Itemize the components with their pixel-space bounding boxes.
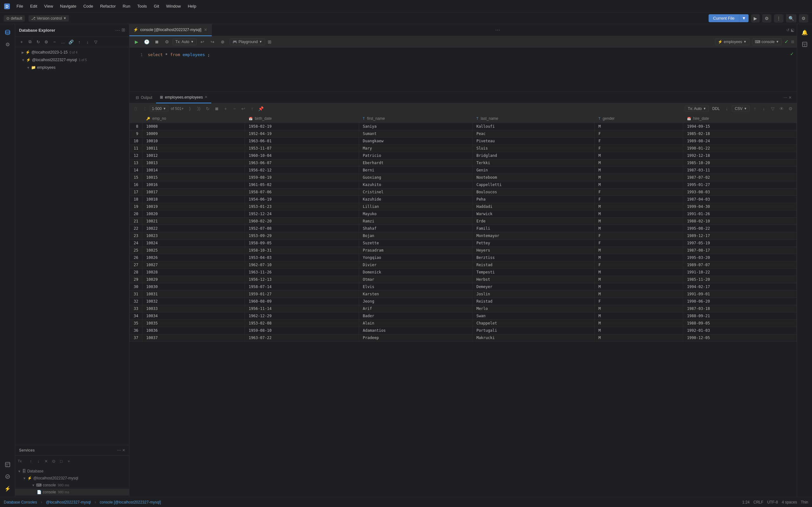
playground-button[interactable]: 🎮 Playground ▼ [230, 38, 265, 45]
table-row[interactable]: 11 10011 1953-11-07 Mary Sluis F 1990-01… [130, 145, 797, 152]
employees-context-badge[interactable]: ⚡ employees ▼ [715, 38, 750, 45]
next-page-button[interactable]: ⟩ [186, 105, 194, 112]
table-row[interactable]: 24 10024 1958-09-05 Suzette Pettey F 199… [130, 239, 797, 247]
layout-icon[interactable]: ⊞ [121, 27, 125, 33]
col-header-birth_date[interactable]: 📅 birth_date [245, 114, 359, 123]
expand-icon[interactable]: ⬕ [791, 28, 794, 32]
table-settings-button[interactable]: ⚙ [786, 105, 794, 112]
table-row[interactable]: 20 10020 1952-12-24 Mayuko Warwick M 199… [130, 210, 797, 218]
refresh-results-button[interactable]: ↻ [204, 105, 212, 112]
encoding-label[interactable]: UTF-8 [767, 500, 778, 504]
import-data-button[interactable]: ↓ [84, 38, 91, 46]
debug-button[interactable]: ⚙ [762, 14, 771, 22]
page-range-select[interactable]: 1-500 ▼ [150, 106, 168, 112]
code-editor[interactable]: 1 select * from employees ; ✓ [130, 48, 797, 92]
query-history-button[interactable]: 🕐 [142, 38, 151, 46]
menu-run[interactable]: Run [119, 3, 134, 10]
layout-toggle-button[interactable]: ⊞ [791, 40, 794, 44]
menu-git[interactable]: Git [151, 3, 162, 10]
tx-up-button[interactable]: ↑ [27, 458, 34, 464]
datasource-properties-button[interactable]: ⚙ [43, 38, 50, 46]
stop-query-button[interactable]: ⏹ [152, 38, 161, 46]
sidebar-icon-bottom2[interactable] [2, 471, 13, 482]
tree-item-localhost2022327[interactable]: ▼ ⚡ @localhost2022327-mysql 1 of 5 [15, 56, 129, 64]
stop-results-button[interactable]: ⏹ [213, 105, 220, 112]
table-row[interactable]: 21 10021 1960-02-20 Ramzi Erde M 1988-02… [130, 218, 797, 225]
collapse-all-button[interactable]: − [51, 38, 58, 46]
three-dots-icon[interactable]: ⋯ [115, 27, 120, 33]
tx-refresh-button[interactable]: ⊙ [50, 458, 57, 464]
query-settings-button[interactable]: ⚙ [162, 38, 171, 46]
table-row[interactable]: 13 10013 1963-06-07 Eberhardt Terkki M 1… [130, 159, 797, 167]
menu-navigate[interactable]: Navigate [57, 3, 79, 10]
menu-code[interactable]: Code [80, 3, 96, 10]
revert-changes-button[interactable]: ↩ [240, 105, 247, 112]
submit-changes-button[interactable]: ↑ [248, 105, 256, 112]
menu-view[interactable]: View [41, 3, 56, 10]
refresh-button[interactable]: ↻ [34, 38, 42, 46]
services-close-icon[interactable]: ✕ [122, 448, 125, 452]
export-data-button[interactable]: ↑ [75, 38, 83, 46]
table-row[interactable]: 15 10015 1959-08-19 Guoxiang Nooteboom M… [130, 174, 797, 181]
table-row[interactable]: 10 10010 1963-06-01 Duangkaew Piveteau F… [130, 137, 797, 145]
filter-objects-button[interactable]: ▽ [92, 38, 100, 46]
run-query-button[interactable]: ▶ [132, 38, 141, 46]
crlf-label[interactable]: CRLF [753, 500, 763, 504]
services-more-icon[interactable]: ⋯ [117, 448, 121, 452]
schema-manager-button[interactable]: 🔗 [67, 38, 75, 46]
tree-item-employees[interactable]: ▼ 📁 employees [15, 64, 129, 71]
upload-button[interactable]: ↑ [751, 105, 759, 112]
ddl-button[interactable]: DDL [710, 106, 722, 112]
current-file-button[interactable]: Current File [709, 14, 739, 22]
menu-help[interactable]: Help [185, 3, 200, 10]
table-row[interactable]: 14 10014 1956-02-12 Berni Genin M 1987-0… [130, 167, 797, 174]
editor-tab-more[interactable]: ⋯ [491, 27, 504, 33]
menu-edit[interactable]: Edit [27, 3, 40, 10]
run-button[interactable]: ▶ [751, 14, 760, 22]
table-row[interactable]: 22 10022 1952-07-08 Shahaf Famili M 1995… [130, 225, 797, 232]
tree-connection-node[interactable]: ▼ ⚡ @localhost2022327-mysql [15, 475, 129, 482]
menu-refactor[interactable]: Refactor [97, 3, 119, 10]
sidebar-icon-db[interactable] [2, 26, 13, 38]
table-row[interactable]: 37 10037 1963-07-22 Pradeep Makrucki M 1… [130, 334, 797, 342]
table-row[interactable]: 16 10016 1961-05-02 Kazuhito Cappelletti… [130, 181, 797, 188]
more-datasource-button[interactable]: … [59, 38, 67, 46]
table-row[interactable]: 33 10033 1956-11-14 Arif Merlo M 1987-03… [130, 305, 797, 313]
download-button[interactable]: ↓ [760, 105, 768, 112]
table-row[interactable]: 35 10035 1953-02-08 Alain Chappelet M 19… [130, 320, 797, 327]
menu-window[interactable]: Window [163, 3, 184, 10]
current-file-dropdown[interactable]: ▼ [739, 14, 749, 22]
more-actions-button[interactable]: ⋮ [774, 14, 783, 22]
tree-item-localhost2023[interactable]: ▶ ⚡ @localhost2023-1-15 0 of 4 [15, 49, 129, 56]
column-filter-button[interactable]: ▽ [769, 105, 776, 112]
redo-button[interactable]: ↪ [208, 38, 217, 46]
results-tab-table[interactable]: ⊞ employees.employees ✕ [156, 92, 211, 103]
recent-files-icon[interactable]: ↺ [786, 28, 790, 32]
tree-console-node[interactable]: ▼ ⌨ console 980 ms [15, 482, 129, 489]
ide-settings-button[interactable]: ⚙ [799, 14, 808, 22]
tx-add-button[interactable]: + [65, 458, 72, 464]
col-header-hire_date[interactable]: 📅 hire_date [683, 114, 797, 123]
table-row[interactable]: 28 10028 1963-11-26 Domenick Tempesti M … [130, 269, 797, 276]
db-consoles-link[interactable]: Database Consoles [4, 500, 37, 504]
tree-console-file-node[interactable]: 📄 console 980 ms [15, 489, 129, 496]
menu-file[interactable]: File [13, 3, 26, 10]
table-row[interactable]: 32 10032 1960-08-09 Jeong Reistad F 1990… [130, 298, 797, 305]
table-row[interactable]: 23 10023 1953-09-29 Bojan Montemayor F 1… [130, 232, 797, 239]
connection-link[interactable]: @localhost2022327-mysql [46, 500, 91, 504]
table-row[interactable]: 29 10029 1956-12-13 Otmar Herbst M 1985-… [130, 276, 797, 283]
table-row[interactable]: 17 10017 1958-07-06 Cristinel Bouloucos … [130, 188, 797, 196]
table-row[interactable]: 18 10018 1954-06-19 Kazuhide Peha F 1987… [130, 196, 797, 203]
table-tab-close-icon[interactable]: ✕ [205, 95, 207, 99]
table-row[interactable]: 36 10036 1959-08-10 Adamantios Portugali… [130, 327, 797, 334]
tx-down-button[interactable]: ↓ [35, 458, 42, 464]
layout-settings-button[interactable] [799, 39, 810, 50]
col-header-emp_no[interactable]: 🔑 emp_no [142, 114, 245, 123]
spaces-label[interactable]: 4 spaces [782, 500, 797, 504]
col-header-gender[interactable]: T gender [595, 114, 683, 123]
editor-tab-console[interactable]: ⚡ console [@localhost2022327-mysql] ✕ [130, 24, 212, 36]
notifications-button[interactable]: 🔔 [799, 26, 810, 38]
tx-mode-select[interactable]: Tx: Auto ▼ [172, 38, 197, 45]
console-file-link[interactable]: console [@localhost2022327-mysql] [100, 500, 161, 504]
add-datasource-button[interactable]: + [18, 38, 26, 46]
